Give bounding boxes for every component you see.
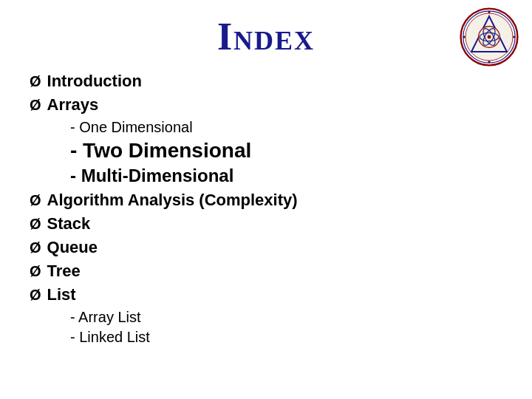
bullet-stack: Ø xyxy=(30,216,41,233)
bullet-arrays: Ø xyxy=(30,97,41,114)
label-list: List xyxy=(47,285,76,304)
bullet-list: Ø xyxy=(30,287,41,304)
list-item-arrays: Ø Arrays xyxy=(30,95,510,115)
label-stack: Stack xyxy=(47,214,91,233)
subitem-two-dimensional: - Two Dimensional xyxy=(70,139,510,163)
index-content: Ø Introduction Ø Arrays - One Dimensiona… xyxy=(22,72,510,346)
subitem-linked-list: - Linked List xyxy=(70,329,510,346)
subitem-multi-dimensional: - Multi-Dimensional xyxy=(70,166,510,186)
label-arrays: Arrays xyxy=(47,95,99,115)
svg-point-9 xyxy=(488,11,490,13)
arrays-subitems: - One Dimensional - Two Dimensional - Mu… xyxy=(70,119,510,186)
page: Index Ø Introduction Ø Arrays - One Dime… xyxy=(0,0,532,399)
bullet-algorithm: Ø xyxy=(30,192,41,209)
label-tree: Tree xyxy=(47,262,81,281)
subitem-array-list: - Array List xyxy=(70,309,510,326)
bullet-tree: Ø xyxy=(30,263,41,280)
label-queue: Queue xyxy=(47,238,98,257)
svg-point-8 xyxy=(488,35,491,39)
list-item-list: Ø List xyxy=(30,285,510,304)
svg-point-12 xyxy=(513,35,515,38)
label-introduction: Introduction xyxy=(47,72,142,91)
list-subitems: - Array List - Linked List xyxy=(70,309,510,346)
list-item-tree: Ø Tree xyxy=(30,262,510,281)
list-item-queue: Ø Queue xyxy=(30,238,510,257)
page-title: Index xyxy=(22,15,510,58)
list-item-algorithm: Ø Algorithm Analysis (Complexity) xyxy=(30,191,510,210)
svg-point-11 xyxy=(463,35,466,38)
label-algorithm: Algorithm Analysis (Complexity) xyxy=(47,191,298,210)
list-item-stack: Ø Stack xyxy=(30,214,510,233)
list-item-introduction: Ø Introduction xyxy=(30,72,510,91)
svg-point-10 xyxy=(488,61,490,63)
subitem-one-dimensional: - One Dimensional xyxy=(70,119,510,136)
bullet-introduction: Ø xyxy=(30,73,41,90)
bullet-queue: Ø xyxy=(30,239,41,256)
university-logo xyxy=(460,7,519,66)
